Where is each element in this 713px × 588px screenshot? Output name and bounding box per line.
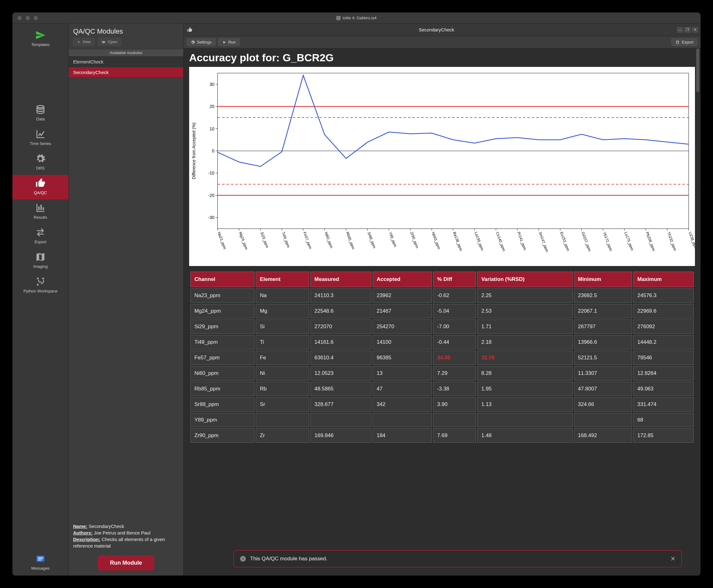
rail-item-drs[interactable]: DRS bbox=[13, 150, 68, 175]
thumbs-up-icon bbox=[187, 27, 192, 33]
rail-item-imaging[interactable]: Imaging bbox=[13, 249, 68, 273]
table-cell: 8.28 bbox=[477, 366, 573, 380]
settings-button[interactable]: Settings bbox=[187, 38, 215, 46]
open-module-button[interactable]: Open bbox=[98, 38, 121, 46]
rail-label: Export bbox=[35, 239, 46, 244]
svg-text:Ce140_ppm: Ce140_ppm bbox=[495, 231, 506, 252]
messages-icon bbox=[35, 553, 46, 564]
run-button[interactable]: Run bbox=[218, 38, 240, 46]
content-area: Accuracy plot for: G_BCR2G -30-20-100102… bbox=[184, 48, 700, 575]
table-cell: 324.66 bbox=[574, 397, 632, 412]
table-cell: 24110.3 bbox=[311, 288, 372, 303]
table-cell: 11.3307 bbox=[574, 366, 632, 380]
svg-text:Difference from Accepted (%): Difference from Accepted (%) bbox=[191, 123, 196, 180]
svg-text:10: 10 bbox=[209, 126, 214, 131]
table-cell: 342 bbox=[373, 397, 432, 412]
table-cell: 12.0523 bbox=[311, 366, 372, 380]
thumbs-up-icon bbox=[35, 178, 46, 189]
close-icon[interactable]: ✕ bbox=[670, 555, 676, 563]
window-title: iolite 4: Gabbro.io4 bbox=[342, 16, 376, 20]
table-cell: Na23_ppm bbox=[190, 288, 254, 303]
table-row[interactable]: Mg24_ppmMg22548.621467-5.042.5322067.122… bbox=[190, 304, 694, 318]
table-cell: Sr bbox=[256, 397, 309, 412]
pane-minimize-button[interactable]: – bbox=[677, 27, 683, 33]
table-cell: 331.474 bbox=[633, 397, 694, 412]
main-tab-bar: SecondaryCheck – ❐ ✕ bbox=[184, 24, 700, 36]
rail-item-data[interactable]: Data bbox=[13, 101, 68, 126]
table-cell bbox=[574, 413, 632, 427]
table-row[interactable]: Zr90_ppmZr169.8461847.691.48168.492172.8… bbox=[190, 428, 694, 443]
table-cell bbox=[373, 413, 432, 427]
svg-text:Pr141_ppm: Pr141_ppm bbox=[517, 231, 527, 251]
table-row[interactable]: Y89_ppm68 bbox=[190, 413, 694, 427]
table-row[interactable]: Ni60_ppmNi12.0523137.298.2811.330712.826… bbox=[190, 366, 694, 380]
table-cell: 21467 bbox=[373, 304, 432, 318]
new-module-button[interactable]: New bbox=[73, 38, 94, 46]
table-cell: 24576.3 bbox=[633, 288, 694, 303]
table-cell: Y89_ppm bbox=[190, 413, 254, 427]
rail-item-results[interactable]: Results bbox=[13, 200, 68, 224]
titlebar: iolite 4: Gabbro.io4 bbox=[13, 13, 700, 24]
svg-text:Sm147_ppm: Sm147_ppm bbox=[538, 231, 549, 253]
svg-text:Eu153_ppm: Eu153_ppm bbox=[559, 231, 570, 251]
svg-text:20: 20 bbox=[209, 104, 214, 109]
table-row[interactable]: Rb85_ppmRb48.586547-3.381.9547.800749.06… bbox=[190, 382, 694, 396]
table-cell: 2.53 bbox=[477, 304, 573, 318]
module-item-elementcheck[interactable]: ElementCheck bbox=[69, 57, 183, 67]
button-label: New bbox=[83, 40, 91, 44]
table-cell: 172.85 bbox=[633, 428, 694, 443]
svg-text:Mg24_ppm: Mg24_ppm bbox=[238, 231, 249, 250]
table-cell: 48.5865 bbox=[311, 382, 372, 396]
table-row[interactable]: Ti49_ppmTi14161.614100-0.442.1813966.614… bbox=[190, 335, 694, 349]
pane-maximize-button[interactable]: ❐ bbox=[685, 27, 691, 33]
pane-close-button[interactable]: ✕ bbox=[692, 27, 698, 33]
table-cell: Ti bbox=[256, 335, 309, 349]
info-authors: Joe Petrus and Bence Paul bbox=[94, 530, 151, 536]
maximize-window-icon[interactable] bbox=[34, 16, 38, 20]
accuracy-chart: -30-20-100102030Difference from Accepted… bbox=[189, 67, 695, 266]
table-cell: 96385 bbox=[373, 351, 432, 365]
table-row[interactable]: Na23_ppmNa24110.323962-0.622.2523692.524… bbox=[190, 288, 694, 303]
table-header: Measured bbox=[311, 272, 372, 287]
database-icon bbox=[35, 104, 46, 115]
table-row[interactable]: Fe57_ppmFe63610.49638534.0032.7052121.57… bbox=[190, 351, 694, 365]
run-module-button[interactable]: Run Module bbox=[98, 555, 154, 571]
window-title-wrap: iolite 4: Gabbro.io4 bbox=[13, 16, 700, 20]
close-window-icon[interactable] bbox=[17, 16, 22, 20]
table-cell: 14161.6 bbox=[311, 335, 372, 349]
table-row[interactable]: Si29_ppmSi272070254270-7.001.71267797276… bbox=[190, 319, 694, 334]
rail-item-qaqc[interactable]: QA/QC bbox=[13, 175, 68, 200]
scrollbar[interactable] bbox=[696, 48, 699, 92]
table-cell: Fe57_ppm bbox=[190, 351, 254, 365]
table-cell: Ni bbox=[256, 366, 309, 380]
svg-text:-10: -10 bbox=[208, 171, 215, 176]
minimize-window-icon[interactable] bbox=[25, 16, 30, 20]
table-cell: 7.69 bbox=[433, 428, 476, 443]
table-cell: 1.95 bbox=[477, 382, 573, 396]
table-cell: Si29_ppm bbox=[190, 319, 254, 334]
rail-item-templates[interactable]: Templates bbox=[13, 27, 68, 51]
table-row[interactable]: Sr88_ppmSr328.6773423.901.13324.66331.47… bbox=[190, 397, 694, 412]
rail-item-python[interactable]: Python Workspace bbox=[13, 273, 68, 298]
available-modules-label: Available modules bbox=[69, 49, 183, 57]
table-cell: -7.00 bbox=[433, 319, 476, 334]
table-cell: 34.00 bbox=[433, 351, 476, 365]
gear-icon bbox=[35, 153, 46, 164]
table-cell: 1.48 bbox=[477, 428, 573, 443]
rail-item-messages[interactable]: Messages bbox=[13, 550, 68, 572]
rail-item-timeseries[interactable]: Time Series bbox=[13, 126, 68, 150]
info-name-label: Name: bbox=[73, 524, 87, 529]
svg-text:Ba138_ppm: Ba138_ppm bbox=[452, 231, 463, 251]
table-cell: 13 bbox=[373, 366, 432, 380]
table-cell: 63610.4 bbox=[311, 351, 372, 365]
module-item-secondarycheck[interactable]: SecondaryCheck bbox=[69, 67, 183, 78]
modules-title: QA/QC Modules bbox=[69, 24, 183, 38]
app-icon bbox=[336, 16, 341, 20]
rail-item-export[interactable]: Export bbox=[13, 224, 68, 249]
table-cell: 276092 bbox=[633, 319, 694, 334]
table-cell: 23962 bbox=[373, 288, 432, 303]
results-table: ChannelElementMeasuredAccepted% DiffVari… bbox=[189, 270, 695, 444]
export-button[interactable]: Export bbox=[671, 38, 697, 46]
svg-text:0: 0 bbox=[212, 148, 214, 153]
gear-icon bbox=[191, 40, 195, 44]
